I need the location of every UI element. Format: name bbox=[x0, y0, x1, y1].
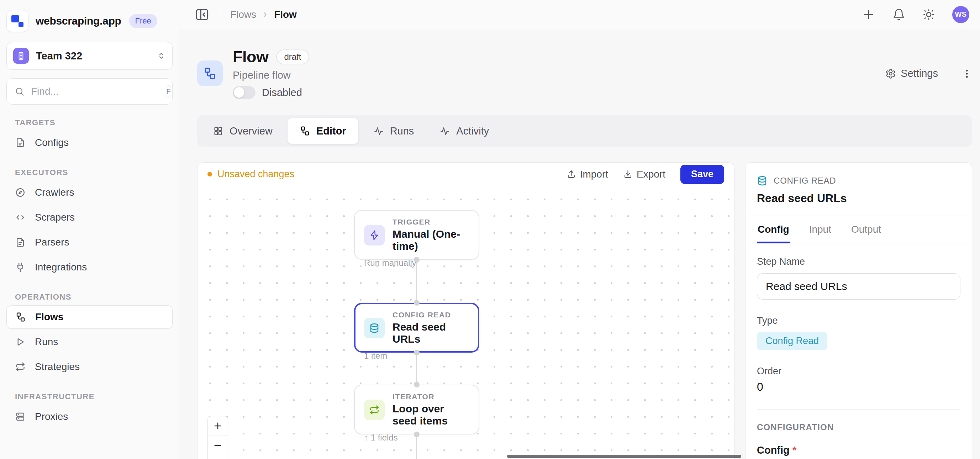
sidebar-item-scrapers[interactable]: Scrapers bbox=[6, 206, 173, 229]
sidebar-item-label: Integrations bbox=[35, 262, 87, 273]
search-input[interactable] bbox=[31, 86, 159, 97]
zoom-in-button[interactable] bbox=[208, 416, 228, 435]
sidebar-item-runs[interactable]: Runs bbox=[6, 330, 173, 354]
breadcrumb-current: Flow bbox=[274, 9, 297, 20]
checker-logo-icon bbox=[11, 15, 24, 27]
app-logo[interactable] bbox=[6, 10, 29, 32]
sidebar-collapse-icon[interactable] bbox=[194, 7, 210, 22]
sidebar-item-flows[interactable]: Flows bbox=[6, 305, 173, 329]
configuration-heading: CONFIGURATION bbox=[757, 422, 961, 432]
sidebar-item-strategies[interactable]: Strategies bbox=[6, 355, 173, 379]
flow-header-text: Flow draft Pipeline flow Disabled bbox=[233, 48, 309, 99]
tab-config[interactable]: Config bbox=[757, 216, 790, 243]
tab-activity[interactable]: Activity bbox=[429, 119, 500, 142]
sidebar-item-configs[interactable]: Configs bbox=[6, 131, 173, 154]
fit-view-button[interactable] bbox=[208, 455, 228, 459]
node-config-read[interactable]: CONFIG READ Read seed URLs 1 item bbox=[354, 303, 479, 353]
sidebar-item-label: Configs bbox=[35, 137, 69, 148]
inspector-step-type: CONFIG READ bbox=[773, 176, 836, 186]
team-building-icon bbox=[13, 48, 29, 64]
play-icon bbox=[15, 337, 25, 347]
export-button[interactable]: Export bbox=[623, 169, 665, 180]
sidebar-item-label: Runs bbox=[35, 336, 58, 348]
connector-dot bbox=[414, 382, 420, 388]
settings-button[interactable]: Settings bbox=[885, 68, 938, 79]
team-selector[interactable]: Team 322 bbox=[6, 42, 173, 70]
theme-sun-icon[interactable] bbox=[922, 8, 935, 21]
import-button[interactable]: Import bbox=[566, 169, 608, 180]
workflow-icon bbox=[300, 125, 310, 136]
connector-dot bbox=[414, 300, 420, 306]
sidebar-item-proxies[interactable]: Proxies bbox=[6, 405, 173, 429]
breadcrumb: Flows Flow bbox=[230, 9, 297, 20]
sidebar-item-label: Strategies bbox=[35, 361, 80, 373]
node-type-label: CONFIG READ bbox=[393, 311, 469, 319]
flow-header-actions: Settings bbox=[885, 68, 972, 79]
sidebar-item-crawlers[interactable]: Crawlers bbox=[6, 181, 173, 204]
tab-label: Overview bbox=[229, 125, 272, 137]
tab-output[interactable]: Output bbox=[851, 216, 882, 243]
save-button[interactable]: Save bbox=[680, 165, 724, 184]
sidebar-item-label: Scrapers bbox=[35, 212, 75, 223]
sidebar-item-label: Crawlers bbox=[35, 187, 74, 198]
order-value: 0 bbox=[757, 380, 961, 394]
brand: webscraping.app Free bbox=[6, 10, 170, 32]
node-trigger[interactable]: TRIGGER Manual (One-time) Run manually bbox=[354, 210, 479, 260]
compass-icon bbox=[15, 187, 25, 198]
flow-subtitle: Pipeline flow bbox=[233, 69, 309, 81]
main-area: Flows Flow WS bbox=[179, 0, 980, 459]
section-operations: OPERATIONS bbox=[15, 292, 179, 302]
bell-icon[interactable] bbox=[892, 8, 905, 21]
zoom-out-button[interactable] bbox=[208, 435, 228, 455]
topbar: Flows Flow WS bbox=[179, 0, 980, 29]
sidebar-item-integrations[interactable]: Integrations bbox=[6, 256, 173, 279]
sidebar-item-label: Proxies bbox=[35, 411, 68, 422]
tab-label: Activity bbox=[456, 125, 489, 137]
canvas-toolbar: Unsaved changes Import bbox=[197, 163, 734, 186]
kebab-menu-icon[interactable] bbox=[961, 68, 972, 79]
search-icon bbox=[14, 86, 25, 97]
file-text-icon bbox=[15, 137, 25, 148]
connector-dot bbox=[414, 257, 420, 263]
page-content: Flow draft Pipeline flow Disabled Settin… bbox=[179, 29, 980, 459]
plus-icon[interactable] bbox=[862, 8, 875, 21]
enabled-toggle[interactable] bbox=[233, 86, 256, 99]
node-title: Read seed URLs bbox=[393, 321, 469, 345]
node-iterator[interactable]: ITERATOR Loop over seed items ↑ 1 fields bbox=[354, 384, 479, 434]
page-title: Flow bbox=[233, 48, 268, 66]
required-asterisk: * bbox=[792, 445, 796, 456]
status-badge: draft bbox=[276, 49, 309, 64]
inspector-tabs: Config Input Output bbox=[746, 216, 972, 243]
section-infrastructure: INFRASTRUCTURE bbox=[15, 392, 179, 401]
database-icon bbox=[757, 175, 768, 186]
sidebar-item-parsers[interactable]: Parsers bbox=[6, 230, 173, 254]
unsaved-label: Unsaved changes bbox=[218, 169, 294, 180]
breadcrumb-flows-link[interactable]: Flows bbox=[230, 9, 256, 20]
node-title: Manual (One-time) bbox=[393, 228, 469, 252]
avatar[interactable]: WS bbox=[952, 6, 969, 23]
inspector-divider bbox=[757, 409, 961, 410]
app-name: webscraping.app bbox=[36, 15, 121, 27]
tab-input[interactable]: Input bbox=[808, 216, 832, 243]
sidebar-nav: TARGETS Configs EXECUTORS Crawlers Scrap… bbox=[0, 105, 179, 430]
flow-canvas[interactable]: TRIGGER Manual (One-time) Run manually bbox=[197, 186, 734, 459]
workflow-icon bbox=[15, 312, 26, 322]
flow-header-left: Flow draft Pipeline flow Disabled bbox=[197, 48, 309, 99]
zap-icon bbox=[364, 225, 385, 246]
tab-runs[interactable]: Runs bbox=[363, 119, 425, 142]
config-field-label: Config* bbox=[757, 445, 961, 456]
inspector-header: CONFIG READ Read seed URLs bbox=[746, 163, 972, 216]
flow-tabs: Overview Editor Runs Activity bbox=[197, 115, 972, 146]
horizontal-scrollbar-thumb[interactable] bbox=[507, 455, 741, 458]
sidebar-item-label: Flows bbox=[35, 311, 63, 323]
flow-header: Flow draft Pipeline flow Disabled Settin… bbox=[197, 48, 972, 99]
order-label: Order bbox=[757, 366, 961, 377]
tab-label: Editor bbox=[317, 125, 346, 137]
tab-editor[interactable]: Editor bbox=[288, 118, 358, 144]
tab-overview[interactable]: Overview bbox=[202, 119, 283, 142]
sidebar: webscraping.app Free Team 322 F TARGETS … bbox=[0, 0, 179, 459]
step-name-input[interactable] bbox=[757, 273, 961, 300]
search-box[interactable]: F bbox=[6, 78, 173, 105]
type-label: Type bbox=[757, 315, 961, 326]
unsaved-dot-icon bbox=[207, 172, 212, 176]
